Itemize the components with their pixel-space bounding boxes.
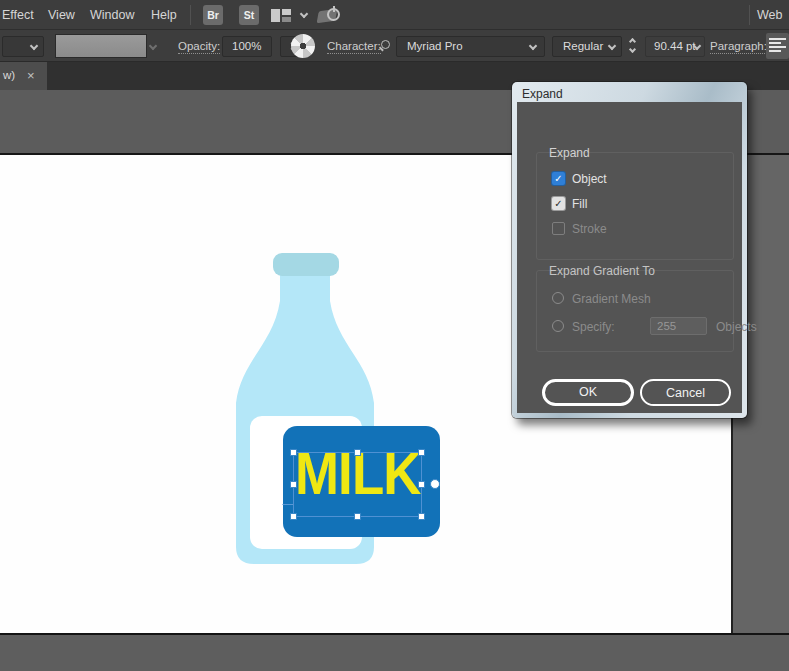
menu-divider	[749, 5, 750, 25]
checkbox-row-object[interactable]: ✓ Object	[552, 172, 722, 187]
font-search-icon[interactable]	[381, 40, 390, 49]
checkbox-label: Fill	[572, 197, 587, 211]
chevron-down-icon[interactable]	[300, 10, 308, 18]
power-icon[interactable]	[327, 8, 340, 21]
brush-preview-swatch[interactable]	[55, 34, 147, 58]
opacity-label[interactable]: Opacity:	[178, 40, 220, 54]
objects-suffix-label: Objects	[716, 320, 757, 334]
menu-effect[interactable]: Effect	[2, 8, 34, 22]
gradient-section-label: Expand Gradient To	[549, 264, 655, 278]
menu-divider	[190, 5, 191, 25]
font-style-select[interactable]: Regular	[552, 36, 622, 57]
selection-bounding-box[interactable]	[293, 452, 422, 517]
checkbox-label: Stroke	[572, 222, 607, 236]
control-bar: Opacity: 100% Character: Myriad Pro Regu…	[0, 30, 789, 62]
close-icon[interactable]: ×	[27, 68, 35, 83]
menu-view[interactable]: View	[48, 8, 75, 22]
checkbox-checked-icon[interactable]: ✓	[552, 197, 565, 210]
expand-dialog: Expand Expand ✓ Object ✓ Fill Stroke Exp…	[512, 82, 747, 418]
menu-bar: Effect View Window Help Br St Web	[0, 0, 789, 30]
document-tab-label: w)	[3, 69, 15, 81]
radio-row-specify: Specify: 255 Objects	[552, 320, 732, 335]
bottle-cap-shape	[273, 253, 339, 276]
menu-help[interactable]: Help	[151, 8, 177, 22]
radio-unselected-icon	[552, 292, 564, 304]
chevron-down-icon[interactable]	[149, 42, 157, 50]
selection-handle-ne[interactable]	[418, 449, 425, 456]
font-size-stepper[interactable]	[628, 38, 640, 54]
text-baseline-tick	[282, 504, 293, 505]
radio-label: Specify:	[572, 320, 615, 334]
bottom-panel-area	[0, 633, 789, 671]
recolor-artwork-icon[interactable]	[291, 34, 315, 58]
dialog-body: Expand ✓ Object ✓ Fill Stroke Expand Gra…	[517, 102, 742, 413]
opacity-input[interactable]: 100%	[222, 36, 272, 57]
font-family-value: Myriad Pro	[407, 40, 463, 52]
selection-handle-e[interactable]	[418, 481, 425, 488]
checkbox-unchecked-icon	[552, 222, 565, 235]
font-family-select[interactable]: Myriad Pro	[396, 36, 545, 57]
document-tab[interactable]: w) ×	[0, 62, 47, 90]
variable-width-select[interactable]	[2, 36, 44, 57]
paragraph-label[interactable]: Paragraph:	[710, 40, 767, 54]
font-size-value: 90.44 pt	[654, 40, 696, 52]
checkbox-checked-icon[interactable]: ✓	[552, 172, 565, 185]
selection-handle-n[interactable]	[354, 449, 361, 456]
radio-row-gradient-mesh: Gradient Mesh	[552, 292, 727, 307]
selection-handle-s[interactable]	[354, 513, 361, 520]
workspace-switcher[interactable]: Web	[757, 8, 782, 22]
menu-window[interactable]: Window	[90, 8, 134, 22]
arrange-documents-icon[interactable]	[271, 9, 291, 22]
selection-handle-w[interactable]	[290, 481, 297, 488]
ok-button[interactable]: OK	[542, 379, 634, 406]
expand-section-label: Expand	[549, 146, 590, 160]
character-label[interactable]: Character:	[327, 40, 381, 54]
radio-unselected-icon	[552, 320, 564, 332]
stock-icon[interactable]: St	[239, 5, 259, 25]
selection-handle-se[interactable]	[418, 513, 425, 520]
selection-handle-nw[interactable]	[290, 449, 297, 456]
selection-anchor-circle[interactable]	[430, 479, 440, 489]
dialog-title[interactable]: Expand	[522, 87, 563, 101]
font-style-value: Regular	[563, 40, 603, 52]
checkbox-row-fill[interactable]: ✓ Fill	[552, 197, 722, 212]
specify-objects-input: 255	[650, 317, 707, 335]
align-left-icon[interactable]	[766, 33, 789, 59]
checkbox-label: Object	[572, 172, 607, 186]
bridge-icon[interactable]: Br	[203, 5, 223, 25]
checkbox-row-stroke: Stroke	[552, 222, 722, 237]
illustrator-window: Effect View Window Help Br St Web Opacit…	[0, 0, 789, 671]
radio-label: Gradient Mesh	[572, 292, 651, 306]
gradient-options-group	[536, 270, 734, 352]
selection-handle-sw[interactable]	[290, 513, 297, 520]
cancel-button[interactable]: Cancel	[640, 379, 731, 406]
